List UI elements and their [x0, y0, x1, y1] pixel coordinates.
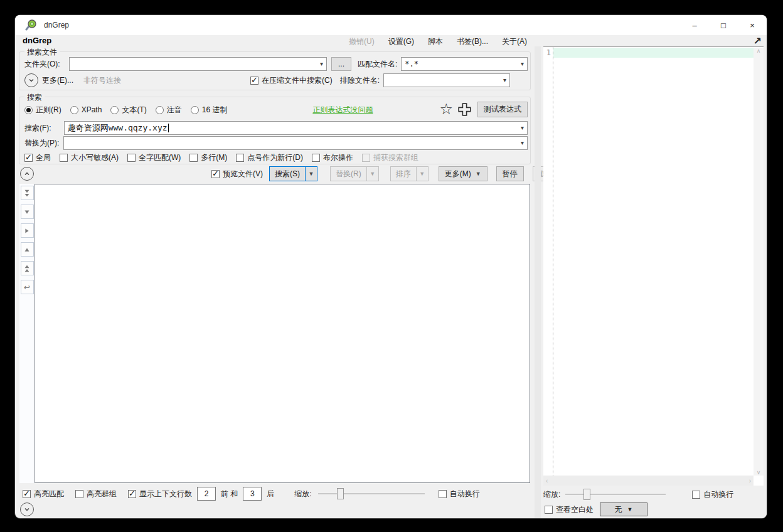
double-chevron-up-icon — [23, 264, 31, 273]
dngrep-window: dnGrep – □ × dnGrep 撤销(U) 设置(G) 脚本 书签(B)… — [15, 15, 767, 518]
results-zoom-slider[interactable] — [318, 487, 425, 500]
minimize-button[interactable]: – — [680, 15, 709, 35]
double-chevron-down-icon — [23, 189, 31, 198]
radio-hex[interactable]: 16 进制 — [191, 105, 228, 115]
search-button[interactable]: 搜索(S) ▼ — [269, 166, 317, 181]
radio-phonetic[interactable]: 注音 — [156, 105, 182, 115]
chevron-down-icon[interactable]: ▾ — [521, 139, 524, 146]
previous-match-button[interactable] — [21, 242, 34, 257]
preview-file-checkbox[interactable]: 预览文件(V) — [211, 169, 263, 179]
menu-bookmarks[interactable]: 书签(B)... — [457, 36, 488, 47]
radio-text[interactable]: 文本(T) — [110, 105, 146, 115]
results-wrap-checkbox[interactable]: 自动换行 — [439, 489, 480, 499]
scroll-left-icon[interactable]: ‹ — [546, 477, 548, 484]
browse-button[interactable]: ... — [331, 57, 351, 71]
exclude-filename-label: 排除文件名: — [340, 75, 380, 86]
context-after-label: 后 — [267, 489, 274, 499]
menu-settings[interactable]: 设置(G) — [388, 36, 414, 47]
plus-icon[interactable] — [457, 102, 472, 117]
sort-button[interactable]: 排序 ▼ — [390, 166, 429, 181]
radio-regex[interactable]: 正则(R) — [24, 105, 61, 115]
title-bar: dnGrep – □ × — [15, 15, 767, 35]
menu-undo[interactable]: 撤销(U) — [349, 36, 375, 47]
preview-footer: 缩放: 自动换行 查看空白处 无 ▼ — [541, 486, 767, 518]
match-filename-label: 匹配文件名: — [358, 59, 397, 70]
whitespace-mode-dropdown[interactable]: 无 ▼ — [600, 503, 647, 516]
menu-script[interactable]: 脚本 — [428, 36, 443, 47]
horizontal-scrollbar[interactable]: ‹ › — [543, 476, 754, 486]
group-title: 搜索文件 — [24, 47, 60, 58]
folder-label: 文件夹(O): — [24, 59, 60, 70]
window-title: dnGrep — [44, 21, 69, 29]
wrap-navigation-button[interactable]: ↩ — [21, 280, 34, 294]
chevron-down-icon[interactable]: ▼ — [305, 167, 317, 181]
preview-zoom-slider[interactable] — [565, 488, 666, 501]
replace-button[interactable]: 替换(R) ▼ — [330, 166, 379, 181]
chevron-down-icon[interactable]: ▾ — [521, 124, 524, 131]
chevron-down-icon[interactable]: ▾ — [320, 60, 323, 67]
replace-with-combobox[interactable]: ▾ — [63, 136, 528, 150]
popout-icon[interactable]: ↗ — [754, 35, 762, 47]
search-for-value: 趣奇资源网www.qqzy.xyz — [68, 122, 168, 134]
next-match-button[interactable] — [21, 205, 34, 219]
folder-combobox[interactable]: ▾ — [69, 57, 327, 71]
test-expression-button[interactable]: 测试表达式 — [477, 102, 528, 117]
chevron-down-icon: ▼ — [476, 171, 481, 177]
chevron-down-icon[interactable]: ▼ — [366, 167, 378, 181]
option-dot-as-newline-checkbox[interactable]: 点号作为新行(D) — [236, 152, 303, 163]
star-icon[interactable]: ☆ — [439, 102, 453, 117]
option-multiline-checkbox[interactable]: 多行(M) — [189, 152, 227, 163]
last-match-button[interactable] — [21, 186, 34, 200]
highlight-matches-checkbox[interactable]: 高亮匹配 — [23, 489, 64, 499]
text-caret — [168, 124, 169, 132]
first-match-button[interactable] — [21, 261, 34, 275]
pause-button[interactable]: 暂停 — [496, 166, 524, 181]
slider-thumb[interactable] — [337, 488, 344, 499]
group-title: 搜索 — [24, 92, 45, 103]
more-button[interactable]: 更多(M) ▼ — [439, 166, 487, 181]
scroll-down-icon[interactable]: ∨ — [757, 469, 761, 476]
option-capture-groups-checkbox[interactable]: 捕获搜索群组 — [362, 152, 418, 163]
show-context-lines-checkbox[interactable]: 显示上下文行数 — [128, 489, 192, 499]
preview-wrap-checkbox[interactable]: 自动换行 — [692, 489, 733, 500]
exclude-filename-combobox[interactable]: ▾ — [383, 73, 510, 87]
preview-editor[interactable]: 1 ∧ ∨ ‹ › — [543, 46, 764, 486]
search-files-group: 搜索文件 文件夹(O): ▾ ... 匹配文件名: *.* ▾ 更多(E)...… — [19, 51, 531, 90]
vertical-scrollbar[interactable]: ∧ ∨ — [754, 48, 764, 476]
chevron-down-icon[interactable]: ▼ — [416, 167, 428, 181]
view-whitespace-checkbox[interactable]: 查看空白处 — [545, 504, 594, 515]
menu-about[interactable]: 关于(A) — [502, 36, 527, 47]
collapse-top-button[interactable] — [20, 167, 34, 181]
pane-splitter[interactable] — [535, 46, 541, 518]
search-for-label: 搜索(F): — [24, 123, 51, 134]
results-zoom-label: 缩放: — [294, 489, 311, 499]
option-case-sensitive-checkbox[interactable]: 大小写敏感(A) — [60, 152, 119, 163]
slider-thumb[interactable] — [583, 489, 590, 500]
radio-xpath[interactable]: XPath — [70, 105, 102, 114]
search-results-panel[interactable] — [35, 184, 530, 483]
option-boolean-operators-checkbox[interactable]: 布尔操作 — [312, 152, 353, 163]
chevron-down-icon — [28, 77, 35, 84]
search-for-combobox[interactable]: 趣奇资源网www.qqzy.xyz ▾ — [64, 121, 528, 135]
return-arrow-icon: ↩ — [24, 283, 30, 292]
option-whole-word-checkbox[interactable]: 全字匹配(W) — [127, 152, 181, 163]
highlight-groups-checkbox[interactable]: 高亮群组 — [75, 489, 117, 499]
match-filename-combobox[interactable]: *.* ▾ — [401, 57, 528, 71]
scroll-up-icon[interactable]: ∧ — [757, 48, 761, 54]
scroll-right-icon[interactable]: › — [749, 477, 751, 484]
more-options-label[interactable]: 更多(E)... — [42, 75, 73, 86]
close-button[interactable]: × — [738, 15, 767, 35]
search-archives-checkbox[interactable]: 在压缩文件中搜索(C) — [250, 75, 333, 86]
chevron-down-icon[interactable]: ▾ — [521, 60, 524, 67]
app-caption: dnGrep — [23, 36, 51, 45]
option-global-checkbox[interactable]: 全局 — [24, 152, 51, 163]
chevron-down-icon[interactable]: ▾ — [503, 77, 506, 83]
app-magnifier-icon — [25, 19, 38, 31]
context-after-input[interactable]: 3 — [243, 487, 262, 501]
line-number-gutter: 1 — [543, 47, 553, 476]
context-before-input[interactable]: 2 — [197, 487, 216, 501]
expand-bottom-button[interactable] — [20, 503, 34, 516]
maximize-button[interactable]: □ — [709, 15, 738, 35]
current-match-button[interactable] — [21, 223, 34, 238]
expand-more-button[interactable] — [24, 73, 38, 87]
